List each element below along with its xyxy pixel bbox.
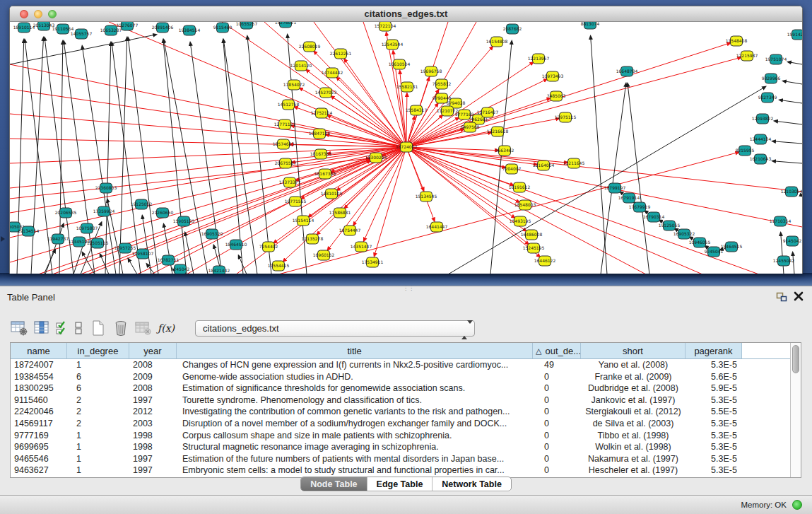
graph-node[interactable]: 10655257 <box>236 22 258 29</box>
graph-node[interactable]: 15154114 <box>293 216 314 226</box>
minimize-traffic-light-icon[interactable] <box>34 10 42 18</box>
graph-node[interactable]: 15914211 <box>787 30 802 40</box>
graph-node[interactable]: 17534911 <box>362 257 384 267</box>
cell-in_degree[interactable]: 2 <box>67 395 129 407</box>
graph-node[interactable]: 9145042 <box>783 236 802 246</box>
cell-pagerank[interactable]: 5.3E-5 <box>686 465 742 477</box>
graph-node[interactable]: 8813074 <box>581 22 600 29</box>
cell-title[interactable]: Genome-wide association studies in ADHD. <box>177 371 533 383</box>
graph-node[interactable]: 17679919 <box>629 202 651 212</box>
cell-pagerank[interactable]: 5.6E-5 <box>686 371 742 383</box>
graph-node[interactable]: 12213967 <box>528 54 550 64</box>
cell-out_de[interactable]: 0 <box>533 430 581 442</box>
table-row[interactable]: 1872400712008Changes of HCN gene express… <box>11 359 790 371</box>
graph-node[interactable]: 18799197 <box>604 183 626 193</box>
graph-node[interactable]: 16754447 <box>339 226 361 235</box>
graph-node[interactable]: 13216618 <box>487 127 509 136</box>
table-mode-button[interactable] <box>10 319 28 337</box>
float-panel-icon[interactable] <box>776 292 787 302</box>
cell-short[interactable]: Jankovic et al. (1997) <box>581 395 686 407</box>
table-row[interactable]: 946362711997Embryonic stem cells: a mode… <box>11 465 790 477</box>
cell-name[interactable]: 9463627 <box>11 465 67 477</box>
graph-node[interactable]: 15905135 <box>173 216 195 226</box>
cell-short[interactable]: Tibbo et al. (1998) <box>581 430 686 442</box>
cell-in_degree[interactable]: 6 <box>67 371 129 383</box>
cell-in_degree[interactable]: 6 <box>67 382 129 395</box>
graph-node[interactable]: 14527023 <box>315 88 337 98</box>
cell-title[interactable]: Corpus callosum shape and size in male p… <box>177 430 533 442</box>
cell-in_degree[interactable]: 2 <box>67 406 129 418</box>
cell-name[interactable]: 9465546 <box>11 453 67 465</box>
graph-node[interactable]: 7204007 <box>502 164 522 174</box>
cell-in_degree[interactable]: 1 <box>67 453 129 465</box>
graph-node[interactable]: 12543544 <box>382 40 404 49</box>
column-header-in_degree[interactable]: in_degree <box>67 343 129 358</box>
graph-node[interactable]: 16771555 <box>285 197 307 206</box>
graph-node[interactable]: 12093822 <box>752 114 774 124</box>
graph-node[interactable]: 21360803 <box>95 183 117 193</box>
graph-node[interactable]: 15276021 <box>275 22 297 28</box>
cell-title[interactable]: Estimation of the future numbers of pati… <box>177 453 533 465</box>
row-height-button[interactable] <box>72 319 85 337</box>
table-row[interactable]: 1456911722003Disruption of a novel membe… <box>11 418 790 430</box>
cell-title[interactable]: Structural magnetic resonance image aver… <box>177 441 533 453</box>
cell-pagerank[interactable]: 5.5E-5 <box>686 406 742 418</box>
cell-name[interactable]: 18300295 <box>11 382 67 395</box>
cell-out_de[interactable]: 0 <box>533 395 581 407</box>
graph-node[interactable]: 19125055 <box>659 221 681 230</box>
graph-node[interactable]: 16790314 <box>643 212 665 222</box>
cell-pagerank[interactable]: 5.9E-5 <box>686 382 742 395</box>
graph-node[interactable]: 7485063 <box>547 91 566 101</box>
close-traffic-light-icon[interactable] <box>20 10 28 18</box>
close-panel-icon[interactable] <box>793 291 804 302</box>
graph-node[interactable]: 16905322 <box>673 229 695 239</box>
graph-node[interactable]: 16905320 <box>201 229 223 239</box>
cell-year[interactable]: 1998 <box>129 430 177 442</box>
graph-node[interactable]: 18464515 <box>721 242 743 252</box>
graph-node[interactable]: 16486008 <box>521 230 543 240</box>
cell-pagerank[interactable]: 5.3E-5 <box>686 441 742 453</box>
cell-year[interactable]: 2008 <box>129 359 177 371</box>
graph-node[interactable]: 9115460 <box>213 23 233 33</box>
graph-node[interactable]: 19696758 <box>420 66 442 76</box>
graph-node[interactable]: 18910114 <box>13 23 35 33</box>
graph-node[interactable]: 7955812 <box>433 79 452 89</box>
select-rows-button[interactable] <box>55 319 68 337</box>
graph-node[interactable]: 8215955 <box>736 146 755 156</box>
cell-pagerank[interactable]: 5.3E-5 <box>686 359 742 371</box>
column-header-pagerank[interactable]: pagerank <box>686 343 742 358</box>
cell-title[interactable]: Estimation of significance thresholds fo… <box>177 382 533 395</box>
table-row[interactable]: 977716911998Corpus callosum shape and si… <box>11 430 790 442</box>
graph-node[interactable]: 20891406 <box>152 23 174 33</box>
table-scrollbar[interactable] <box>790 343 801 477</box>
cell-year[interactable]: 1997 <box>129 465 177 477</box>
cell-title[interactable]: Tourette syndrome. Phenomenology and cla… <box>177 395 533 407</box>
create-column-button[interactable] <box>89 319 107 337</box>
graph-node[interactable]: 14512758 <box>278 100 300 110</box>
graph-node[interactable]: 17586881 <box>329 208 351 218</box>
memory-ok-icon[interactable] <box>792 500 802 510</box>
cell-short[interactable]: Hescheler et al. (1997) <box>581 465 686 477</box>
network-canvas[interactable]: 1872400716154808122139671097349374850631… <box>10 22 802 274</box>
graph-node[interactable]: 16782751 <box>158 255 180 265</box>
cell-short[interactable]: Stergiakouli et al. (2012) <box>581 406 686 418</box>
graph-node[interactable]: 9227349 <box>758 93 777 103</box>
graph-node[interactable]: 15493195 <box>510 216 531 226</box>
graph-node[interactable]: 12752124 <box>311 108 333 118</box>
cell-pagerank[interactable]: 5.3E-5 <box>686 430 742 442</box>
graph-node[interactable]: 16648784 <box>616 66 638 76</box>
graph-node[interactable]: 15245195 <box>523 243 545 253</box>
graph-node[interactable]: 19751074 <box>765 54 787 64</box>
graph-node[interactable]: 12455042 <box>773 256 795 266</box>
cell-name[interactable]: 9777169 <box>11 430 67 442</box>
cell-out_de[interactable]: 0 <box>533 465 581 477</box>
graph-node[interactable]: 10958107 <box>132 249 154 259</box>
panel-collapse-arrow-icon[interactable] <box>1 236 5 242</box>
cell-name[interactable]: 9699695 <box>11 441 67 453</box>
cell-year[interactable]: 1997 <box>129 395 177 407</box>
cell-in_degree[interactable]: 1 <box>67 465 129 477</box>
graph-node[interactable]: 12444134 <box>750 134 772 144</box>
select-column-button[interactable] <box>33 319 51 337</box>
cell-out_de[interactable]: 0 <box>533 418 581 430</box>
tab-node-table[interactable]: Node Table <box>301 477 366 491</box>
